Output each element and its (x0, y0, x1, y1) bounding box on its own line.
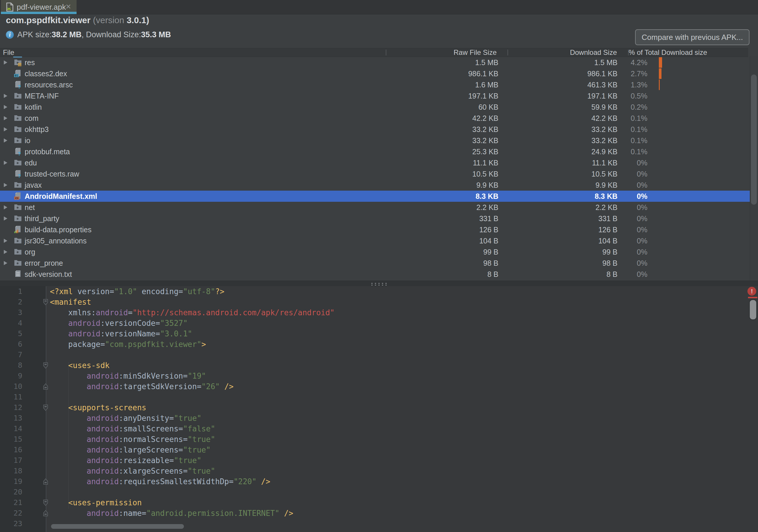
expand-arrow-icon[interactable] (4, 239, 7, 243)
editor-line[interactable]: 14 android:smallScreens="false" (0, 423, 758, 434)
expand-arrow-icon[interactable] (4, 94, 7, 98)
code-text[interactable]: <supports-screens (50, 402, 146, 413)
table-row[interactable]: build-data.properties126 B126 B0% (0, 224, 750, 235)
editor-horizontal-scrollbar-thumb[interactable] (51, 524, 184, 529)
code-text[interactable]: android:resizeable="true" (50, 455, 201, 466)
table-row[interactable]: 01classes2.dex986.1 KB986.1 KB2.7% (0, 68, 750, 79)
code-text[interactable]: <uses-sdk (50, 360, 110, 371)
editor-line[interactable]: 17 android:resizeable="true" (0, 455, 758, 466)
error-indicator-icon[interactable]: ! (747, 287, 756, 296)
horizontal-splitter[interactable] (0, 281, 758, 287)
table-row[interactable]: <>AndroidManifest.xml8.3 KB8.3 KB0% (0, 191, 750, 202)
expand-arrow-icon[interactable] (4, 105, 7, 109)
table-row[interactable]: ?resources.arsc1.6 MB461.3 KB1.3% (0, 79, 750, 90)
table-row[interactable]: com42.2 KB42.2 KB0.1% (0, 113, 750, 124)
code-text[interactable]: android:smallScreens="false" (50, 423, 215, 434)
table-row[interactable]: kotlin60 KB59.9 KB0.2% (0, 101, 750, 113)
code-text[interactable]: android:versionName="3.0.1" (50, 328, 192, 339)
fold-end-icon[interactable] (43, 383, 48, 390)
editor-line[interactable]: 16 android:largeScreens="true" (0, 445, 758, 455)
editor-line[interactable]: 3 xmlns:android="http://schemas.android.… (0, 307, 758, 318)
expand-arrow-icon[interactable] (4, 138, 7, 143)
expand-arrow-icon[interactable] (4, 161, 7, 165)
code-text[interactable]: <?xml version="1.0" encoding="utf-8"?> (50, 286, 224, 297)
editor-line[interactable]: 15 android:normalScreens="true" (0, 434, 758, 445)
column-header-percent[interactable]: % of Total Download size (629, 49, 707, 57)
code-text[interactable]: package="com.pspdfkit.viewer"> (50, 339, 206, 349)
percent-of-total: 0.1% (631, 146, 647, 157)
editor-line[interactable]: 21 <uses-permission (0, 497, 758, 508)
table-row[interactable]: ?trusted-certs.raw10.5 KB10.5 KB0% (0, 168, 750, 180)
fold-start-icon[interactable] (43, 362, 48, 369)
fold-start-icon[interactable] (43, 299, 48, 305)
editor-line[interactable]: 6 package="com.pspdfkit.viewer"> (0, 339, 758, 349)
table-row[interactable]: io33.2 KB33.2 KB0.1% (0, 135, 750, 146)
editor-line[interactable]: 22 android:name="android.permission.INTE… (0, 508, 758, 518)
expand-arrow-icon[interactable] (4, 127, 7, 131)
editor-line[interactable]: 12 <supports-screens (0, 402, 758, 413)
editor-scrollbar-thumb[interactable] (749, 299, 757, 320)
percent-of-total: 2.7% (631, 68, 647, 79)
code-text[interactable]: <manifest (50, 297, 91, 307)
code-text[interactable]: android:xlargeScreens="true" (50, 466, 215, 476)
code-text[interactable]: android:largeScreens="true" (50, 445, 211, 455)
compare-with-previous-apk-button[interactable]: Compare with previous APK... (635, 29, 749, 45)
expand-arrow-icon[interactable] (4, 60, 7, 65)
code-text[interactable]: android:versionCode="3527" (50, 318, 188, 328)
expand-arrow-icon[interactable] (4, 183, 7, 187)
editor-line[interactable]: 4 android:versionCode="3527" (0, 318, 758, 328)
column-header-raw-size[interactable]: Raw File Size (454, 49, 497, 57)
table-row[interactable]: third_party331 B331 B0% (0, 213, 750, 224)
table-row[interactable]: sdk-version.txt8 B8 B0% (0, 269, 750, 280)
code-text[interactable]: android:targetSdkVersion="26" /> (50, 381, 233, 392)
code-text[interactable]: <uses-permission (50, 497, 142, 508)
syntax-ns: android (50, 446, 119, 454)
expand-arrow-icon[interactable] (4, 205, 7, 209)
expand-arrow-icon[interactable] (4, 116, 7, 120)
code-text[interactable]: android:minSdkVersion="19" (50, 371, 206, 381)
table-row[interactable]: META-INF197.1 KB197.1 KB0.5% (0, 90, 750, 101)
percent-of-total: 0% (637, 235, 647, 246)
editor-line[interactable]: 19 android:requiresSmallestWidthDp="220"… (0, 476, 758, 487)
table-row[interactable]: ?protobuf.meta25.3 KB24.9 KB0.1% (0, 146, 750, 157)
code-text[interactable]: android:name="android.permission.INTERNE… (50, 508, 293, 518)
table-row[interactable]: error_prone98 B98 B0% (0, 257, 750, 269)
editor-line[interactable]: 2<manifest (0, 297, 758, 307)
error-stripe-mark[interactable] (748, 297, 757, 298)
code-text[interactable]: xmlns:android="http://schemas.android.co… (50, 307, 335, 318)
line-number: 3 (0, 307, 22, 318)
table-row[interactable]: net2.2 KB2.2 KB0% (0, 202, 750, 213)
editor-line[interactable]: 8 <uses-sdk (0, 360, 758, 371)
editor-line[interactable]: 10 android:targetSdkVersion="26" /> (0, 381, 758, 392)
table-row[interactable]: jsr305_annotations104 B104 B0% (0, 235, 750, 246)
table-row[interactable]: edu11.1 KB11.1 KB0% (0, 157, 750, 168)
table-row[interactable]: org99 B99 B0% (0, 246, 750, 257)
editor-line[interactable]: 7 (0, 349, 758, 360)
fold-end-icon[interactable] (43, 478, 48, 485)
column-header-download-size[interactable]: Download Size (570, 49, 617, 57)
fold-end-icon[interactable] (43, 510, 48, 516)
table-row[interactable]: javax9.9 KB9.9 KB0% (0, 180, 750, 191)
editor-line[interactable]: 13 android:anyDensity="true" (0, 413, 758, 423)
editor-line[interactable]: 20 (0, 487, 758, 497)
expand-arrow-icon[interactable] (4, 216, 7, 220)
editor-line[interactable]: 18 android:xlargeScreens="true" (0, 466, 758, 476)
column-header-file[interactable]: File (3, 49, 15, 57)
editor-line[interactable]: 5 android:versionName="3.0.1" (0, 328, 758, 339)
code-text[interactable]: android:requiresSmallestWidthDp="220" /> (50, 476, 270, 487)
editor-line[interactable]: 9 android:minSdkVersion="19" (0, 371, 758, 381)
table-scrollbar-thumb[interactable] (751, 75, 757, 205)
editor-line[interactable]: 1<?xml version="1.0" encoding="utf-8"?> (0, 286, 758, 297)
table-row[interactable]: res1.5 MB1.5 MB4.2% (0, 57, 750, 68)
fold-start-icon[interactable] (43, 404, 48, 411)
fold-start-icon[interactable] (43, 499, 48, 506)
code-text[interactable]: android:normalScreens="true" (50, 434, 215, 445)
syntax-attr: package= (50, 340, 105, 349)
expand-arrow-icon[interactable] (4, 261, 7, 265)
editor-line[interactable]: 11 (0, 392, 758, 402)
code-text[interactable]: android:anyDensity="true" (50, 413, 201, 423)
line-number: 9 (0, 371, 22, 381)
tab-close-icon[interactable]: ✕ (65, 3, 71, 11)
table-row[interactable]: okhttp333.2 KB33.2 KB0.1% (0, 124, 750, 135)
expand-arrow-icon[interactable] (4, 250, 7, 254)
